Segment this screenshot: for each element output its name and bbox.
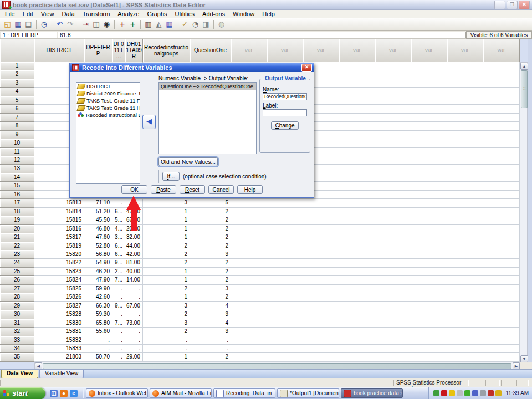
cell[interactable] [483, 216, 520, 224]
row-header[interactable]: 1 [0, 62, 34, 70]
cell[interactable]: 51.20 [84, 208, 112, 216]
cell[interactable]: 2 [190, 225, 231, 233]
cell[interactable] [483, 182, 520, 190]
horizontal-scrollbar[interactable]: ◀ ⁚⁚ ▶ [34, 362, 520, 369]
cancel-button[interactable]: Cancel [208, 185, 234, 194]
cell[interactable]: 42.00 [125, 208, 143, 216]
column-header[interactable]: var [231, 39, 267, 62]
column-header[interactable]: DISTRICT [34, 39, 84, 62]
row-header[interactable]: 24 [0, 259, 34, 267]
cell[interactable] [411, 233, 447, 242]
cell[interactable] [483, 173, 520, 182]
cell[interactable] [375, 156, 411, 165]
cell[interactable] [483, 233, 520, 242]
cell[interactable]: . [84, 345, 112, 353]
cell[interactable] [411, 148, 447, 156]
cell[interactable] [483, 105, 520, 113]
cell[interactable] [339, 225, 375, 233]
cell[interactable] [375, 259, 411, 267]
cell[interactable] [411, 276, 447, 284]
cell[interactable]: 15813 [34, 199, 84, 207]
cell[interactable] [303, 319, 339, 328]
cell[interactable] [483, 242, 520, 250]
cell[interactable] [447, 62, 483, 70]
cell[interactable] [447, 182, 483, 190]
cell[interactable] [339, 62, 375, 70]
column-header[interactable]: var [375, 39, 411, 62]
name-field[interactable]: RecodedQuestionOne [263, 93, 307, 100]
cell[interactable]: 54.90 [84, 259, 112, 267]
cell[interactable] [339, 353, 375, 361]
undo-icon[interactable]: ↶ [54, 19, 65, 29]
cell[interactable] [267, 302, 303, 310]
cell[interactable] [339, 310, 375, 319]
row-header[interactable]: 5 [0, 96, 34, 105]
tray-sync-icon[interactable] [488, 390, 494, 396]
cell[interactable] [339, 345, 375, 353]
cell[interactable] [375, 242, 411, 250]
cell[interactable]: 40.00 [125, 268, 143, 276]
cell[interactable] [447, 199, 483, 207]
cell[interactable] [483, 191, 520, 199]
cell[interactable] [483, 345, 520, 353]
goto-case-icon[interactable]: ⇥ [80, 19, 91, 29]
cell[interactable]: . [125, 328, 143, 336]
ie-document-icon[interactable]: ◫ [50, 390, 58, 397]
cell[interactable]: 21803 [34, 353, 84, 361]
cell[interactable]: . [190, 336, 231, 345]
cell[interactable]: 15815 [34, 216, 84, 224]
row-header[interactable]: 12 [0, 156, 34, 165]
column-header[interactable]: DPFEIERP [84, 39, 112, 62]
cell[interactable] [267, 233, 303, 242]
cell[interactable]: 2... [112, 268, 125, 276]
cell[interactable] [231, 208, 267, 216]
cell[interactable] [411, 345, 447, 353]
row-header[interactable]: 16 [0, 191, 34, 199]
cell[interactable] [483, 285, 520, 293]
cell[interactable] [267, 216, 303, 224]
cell[interactable] [339, 114, 375, 122]
cell[interactable] [447, 165, 483, 173]
row-header[interactable]: 35 [0, 353, 34, 361]
cell[interactable]: 42.00 [125, 250, 143, 259]
menu-data[interactable]: Data [58, 10, 78, 18]
cell[interactable] [231, 328, 267, 336]
row-header[interactable]: 4 [0, 88, 34, 96]
cell[interactable] [231, 302, 267, 310]
cell[interactable]: 67.00 [125, 302, 143, 310]
cell[interactable] [411, 353, 447, 361]
cell[interactable] [447, 276, 483, 284]
cell[interactable]: 4... [112, 225, 125, 233]
cell[interactable] [303, 310, 339, 319]
cell[interactable] [339, 319, 375, 328]
cell[interactable] [447, 233, 483, 242]
cell[interactable]: 15833 [34, 345, 84, 353]
source-variable-item[interactable]: TAKS Test: Grade 11 F... [76, 97, 140, 104]
tray-ati-icon[interactable] [441, 390, 447, 396]
cell[interactable]: . [112, 328, 125, 336]
cell[interactable]: . [190, 345, 231, 353]
cell[interactable]: 71.10 [84, 199, 112, 207]
cell[interactable]: 15832 [34, 336, 84, 345]
cell[interactable] [411, 105, 447, 113]
move-variable-button[interactable]: ◀ [142, 115, 156, 129]
spell-check-icon[interactable]: ◨ [201, 19, 211, 29]
cell[interactable] [411, 259, 447, 267]
cell[interactable] [375, 233, 411, 242]
cell[interactable] [375, 285, 411, 293]
cell[interactable] [339, 88, 375, 96]
column-header[interactable]: DH011TA09R [125, 39, 143, 62]
cell[interactable]: 15828 [34, 310, 84, 319]
cell[interactable]: 15814 [34, 208, 84, 216]
cell[interactable] [339, 191, 375, 199]
row-header[interactable]: 2 [0, 70, 34, 79]
menu-analyze[interactable]: Analyze [114, 10, 143, 18]
cell[interactable] [231, 336, 267, 345]
cell[interactable] [483, 276, 520, 284]
cell[interactable] [483, 131, 520, 139]
cell[interactable] [375, 165, 411, 173]
cell[interactable] [447, 345, 483, 353]
cell[interactable] [339, 242, 375, 250]
row-header[interactable]: 3 [0, 79, 34, 88]
menu-utilities[interactable]: Utilities [171, 10, 198, 18]
